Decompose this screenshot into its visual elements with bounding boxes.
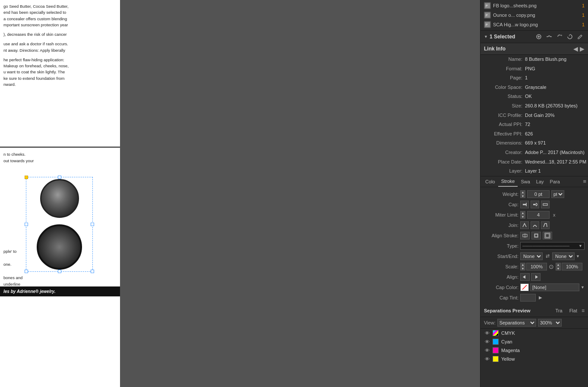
weight-down-btn[interactable]: ▼ bbox=[520, 194, 525, 198]
cap-color-icon[interactable] bbox=[520, 283, 529, 291]
scale2-down[interactable]: ▼ bbox=[556, 267, 561, 271]
yellow-eye-icon[interactable]: 👁 bbox=[484, 356, 490, 362]
tab-layers[interactable]: Lay bbox=[533, 177, 547, 186]
link-item-2[interactable]: P SCA Hig...w logo.png 1 bbox=[481, 20, 588, 29]
link-info-next[interactable]: ▶ bbox=[580, 45, 585, 52]
join-round-btn[interactable] bbox=[531, 221, 539, 229]
tab-stroke[interactable]: Stroke bbox=[498, 176, 518, 187]
cmyk-eye-icon[interactable]: 👁 bbox=[484, 330, 490, 336]
weight-up-btn[interactable]: ▲ bbox=[520, 190, 525, 194]
cap-square-btn[interactable] bbox=[541, 201, 550, 208]
start-select[interactable]: None bbox=[520, 252, 543, 260]
scale2-input[interactable] bbox=[562, 263, 582, 271]
link-item-1[interactable]: P Ounce o... copy.png 1 bbox=[481, 10, 588, 20]
sep-view-select[interactable]: Separations bbox=[497, 319, 536, 327]
info-label-11: Place Date: bbox=[484, 158, 525, 166]
image-container[interactable] bbox=[26, 177, 93, 272]
end-select[interactable]: None bbox=[552, 252, 575, 260]
scale1-up[interactable]: ▲ bbox=[520, 263, 525, 267]
link-num-1: 1 bbox=[579, 13, 585, 18]
svg-text:P: P bbox=[486, 14, 488, 17]
type-selector[interactable]: ────────────── ▼ bbox=[520, 242, 585, 250]
scale-link-icon[interactable]: ⊙ bbox=[549, 263, 554, 270]
cap-butt-btn[interactable] bbox=[520, 201, 529, 208]
cap-color-controls: [None] ▼ bbox=[520, 283, 585, 291]
magenta-eye-icon[interactable]: 👁 bbox=[484, 347, 490, 353]
handle-mr[interactable] bbox=[91, 223, 94, 226]
cap-color-dropdown[interactable]: ▼ bbox=[581, 285, 585, 289]
scale2-spinner[interactable]: ▲ ▼ bbox=[556, 263, 561, 271]
join-miter-btn[interactable] bbox=[520, 221, 529, 229]
miter-up-btn[interactable]: ▲ bbox=[520, 211, 525, 215]
sep-more-icon[interactable]: ≡ bbox=[582, 308, 585, 314]
stroke-cap-tint-row: Cap Tint: ▶ bbox=[484, 293, 585, 303]
type-dropdown-icon[interactable]: ▼ bbox=[579, 244, 582, 248]
handle-bl[interactable] bbox=[25, 270, 28, 273]
weight-unit-select[interactable]: pt bbox=[551, 190, 564, 198]
info-row-4: Status: OK bbox=[481, 92, 588, 101]
cap-tint-swatch[interactable] bbox=[520, 294, 536, 302]
info-row-10: Creator: Adobe P... 2017 (Macintosh) bbox=[481, 148, 588, 157]
sep-yellow-row: 👁 Yellow bbox=[481, 355, 588, 363]
join-bevel-btn[interactable] bbox=[541, 221, 550, 229]
scale1-down[interactable]: ▼ bbox=[520, 267, 525, 271]
cyan-eye-icon[interactable]: 👁 bbox=[484, 339, 490, 345]
tabs-more-icon[interactable]: ≡ bbox=[583, 178, 586, 185]
sep-tab-tra[interactable]: Tra bbox=[553, 307, 565, 315]
scale2-up[interactable]: ▲ bbox=[556, 263, 561, 267]
refresh-icon[interactable] bbox=[566, 32, 574, 41]
handle-br[interactable] bbox=[91, 270, 94, 273]
divider-line bbox=[0, 147, 120, 148]
scale1-spinner[interactable]: ▲ ▼ bbox=[520, 263, 525, 271]
sep-cyan-row: 👁 Cyan bbox=[481, 337, 588, 346]
align-inside-btn[interactable] bbox=[531, 232, 541, 239]
link-icon[interactable] bbox=[545, 32, 553, 41]
handle-ml[interactable] bbox=[25, 223, 28, 226]
miter-spinner[interactable]: ▲ ▼ bbox=[520, 211, 525, 219]
sep-tab-flat[interactable]: Flat bbox=[567, 307, 580, 315]
svg-rect-12 bbox=[543, 204, 547, 205]
doc-para-3: use and ask a doctor if rash occurs.nt a… bbox=[3, 41, 117, 53]
selected-bar: ▼ 1 Selected bbox=[481, 31, 588, 43]
scale1-input[interactable] bbox=[526, 263, 547, 271]
miter-x-label: x bbox=[553, 212, 556, 217]
scale-controls: ▲ ▼ ⊙ ▲ ▼ bbox=[520, 263, 582, 271]
handle-tm[interactable] bbox=[58, 176, 61, 179]
cap-tint-arrow[interactable]: ▶ bbox=[539, 295, 542, 300]
handle-tr[interactable] bbox=[25, 176, 28, 179]
align-center-btn[interactable] bbox=[520, 232, 530, 239]
blush-bottom bbox=[37, 224, 82, 270]
sep-zoom-select[interactable]: 300% bbox=[538, 319, 562, 327]
align-right-btn[interactable] bbox=[531, 273, 541, 281]
align-outside-btn[interactable] bbox=[543, 232, 552, 239]
cmyk-label: CMYK bbox=[501, 330, 515, 336]
info-value-4: OK bbox=[525, 93, 532, 101]
align-left-btn[interactable] bbox=[520, 273, 530, 281]
weight-input[interactable] bbox=[527, 190, 550, 198]
cap-color-field[interactable]: [None] bbox=[530, 283, 579, 291]
end-dropdown-icon[interactable]: ▼ bbox=[576, 254, 580, 258]
tab-color[interactable]: Colo bbox=[482, 177, 498, 186]
miter-down-btn[interactable]: ▼ bbox=[520, 215, 525, 219]
miter-input[interactable] bbox=[527, 211, 550, 219]
info-value-9: 669 x 971 bbox=[525, 139, 546, 147]
handle-bm[interactable] bbox=[58, 270, 61, 273]
info-label-7: Actual PPI: bbox=[484, 121, 525, 129]
dropdown-arrow-icon[interactable]: ▼ bbox=[484, 35, 488, 39]
doc-para-2: ), decreases the risk of skin cancer bbox=[3, 31, 117, 38]
info-row-12: Layer: Layer 1 bbox=[481, 167, 588, 176]
magenta-label: Magenta bbox=[501, 348, 520, 353]
cap-round-btn[interactable] bbox=[531, 201, 539, 208]
stroke-join-row: Join: bbox=[484, 220, 585, 230]
swap-icon[interactable]: ⇄ bbox=[544, 253, 551, 260]
edit-icon[interactable] bbox=[576, 32, 585, 41]
link-item-0[interactable]: P FB logo...sheets.png 1 bbox=[481, 1, 588, 10]
tabs-row: Colo Stroke Swa Lay Para ≡ bbox=[481, 176, 588, 187]
sep-view-row: View: Separations 300% bbox=[481, 317, 588, 329]
weight-spinner[interactable]: ▲ ▼ bbox=[520, 190, 525, 198]
update-icon[interactable] bbox=[555, 32, 564, 41]
tab-paragraph[interactable]: Para bbox=[547, 177, 563, 186]
relink-icon[interactable] bbox=[534, 32, 543, 41]
link-info-prev[interactable]: ◀ bbox=[573, 45, 578, 52]
tab-swatches[interactable]: Swa bbox=[518, 177, 533, 186]
